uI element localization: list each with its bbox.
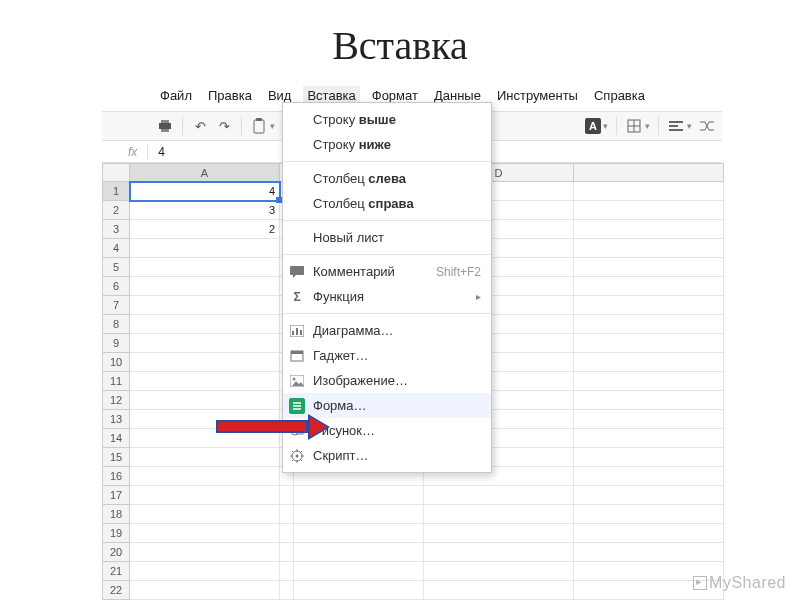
cell[interactable] — [280, 524, 294, 543]
select-all-corner[interactable] — [102, 163, 130, 182]
cell[interactable] — [280, 505, 294, 524]
cell[interactable] — [130, 505, 280, 524]
cell[interactable] — [574, 505, 724, 524]
row-header[interactable]: 20 — [102, 543, 130, 562]
formula-value[interactable]: 4 — [158, 145, 165, 159]
column-header[interactable] — [574, 163, 724, 182]
cell[interactable] — [130, 391, 280, 410]
borders-icon[interactable] — [625, 117, 643, 135]
cell[interactable] — [574, 315, 724, 334]
cell[interactable] — [280, 486, 294, 505]
undo-icon[interactable]: ↶ — [191, 117, 209, 135]
cell[interactable] — [130, 448, 280, 467]
cell[interactable] — [574, 220, 724, 239]
cell[interactable] — [130, 467, 280, 486]
menu-item[interactable]: ΣФункция▸ — [283, 284, 491, 309]
menu-help[interactable]: Справка — [590, 86, 649, 105]
menu-tools[interactable]: Инструменты — [493, 86, 582, 105]
menu-item[interactable]: Строку ниже — [283, 132, 491, 157]
menu-item[interactable]: Диаграмма… — [283, 318, 491, 343]
menu-edit[interactable]: Правка — [204, 86, 256, 105]
row-header[interactable]: 22 — [102, 581, 130, 600]
row-header[interactable]: 14 — [102, 429, 130, 448]
cell[interactable] — [574, 201, 724, 220]
menu-item[interactable]: Столбец слева — [283, 166, 491, 191]
cell[interactable] — [574, 448, 724, 467]
cell[interactable] — [574, 296, 724, 315]
cell[interactable] — [574, 543, 724, 562]
row-header[interactable]: 6 — [102, 277, 130, 296]
row-header[interactable]: 2 — [102, 201, 130, 220]
cell[interactable] — [294, 486, 424, 505]
cell[interactable] — [130, 334, 280, 353]
cell[interactable] — [424, 581, 574, 600]
cell[interactable] — [574, 277, 724, 296]
cell[interactable] — [130, 258, 280, 277]
cell[interactable] — [130, 581, 280, 600]
cell[interactable] — [130, 277, 280, 296]
cell[interactable] — [130, 543, 280, 562]
menu-item[interactable]: Новый лист — [283, 225, 491, 250]
cell[interactable] — [130, 296, 280, 315]
row-header[interactable]: 15 — [102, 448, 130, 467]
cell[interactable] — [130, 239, 280, 258]
cell[interactable] — [130, 524, 280, 543]
column-header-a[interactable]: A — [130, 163, 280, 182]
row-header[interactable]: 13 — [102, 410, 130, 429]
row-header[interactable]: 3 — [102, 220, 130, 239]
cell[interactable] — [574, 410, 724, 429]
row-header[interactable]: 12 — [102, 391, 130, 410]
cell[interactable] — [294, 524, 424, 543]
row-header[interactable]: 10 — [102, 353, 130, 372]
cell[interactable] — [574, 239, 724, 258]
cell[interactable] — [424, 486, 574, 505]
row-header[interactable]: 19 — [102, 524, 130, 543]
align-icon[interactable] — [667, 117, 685, 135]
cell[interactable] — [130, 315, 280, 334]
cell[interactable] — [130, 372, 280, 391]
cell[interactable] — [294, 543, 424, 562]
menu-item[interactable]: Скрипт… — [283, 443, 491, 468]
row-header[interactable]: 18 — [102, 505, 130, 524]
cell[interactable] — [280, 581, 294, 600]
row-header[interactable]: 7 — [102, 296, 130, 315]
merge-icon[interactable] — [698, 117, 716, 135]
row-header[interactable]: 4 — [102, 239, 130, 258]
menu-item[interactable]: Столбец справа — [283, 191, 491, 216]
menu-item[interactable]: КомментарийShift+F2 — [283, 259, 491, 284]
cell[interactable] — [130, 486, 280, 505]
row-header[interactable]: 17 — [102, 486, 130, 505]
row-header[interactable]: 5 — [102, 258, 130, 277]
row-header[interactable]: 8 — [102, 315, 130, 334]
cell[interactable] — [574, 353, 724, 372]
row-header[interactable]: 21 — [102, 562, 130, 581]
cell[interactable] — [424, 524, 574, 543]
row-header[interactable]: 16 — [102, 467, 130, 486]
cell[interactable] — [294, 581, 424, 600]
cell[interactable] — [574, 334, 724, 353]
cell[interactable] — [280, 543, 294, 562]
cell[interactable]: 2 — [130, 220, 280, 239]
menu-item[interactable]: Строку выше — [283, 107, 491, 132]
row-header[interactable]: 11 — [102, 372, 130, 391]
cell[interactable] — [574, 524, 724, 543]
cell[interactable] — [574, 486, 724, 505]
cell[interactable] — [294, 562, 424, 581]
cell[interactable] — [130, 562, 280, 581]
text-color-icon[interactable]: A — [585, 118, 601, 134]
cell[interactable] — [574, 429, 724, 448]
cell[interactable] — [294, 505, 424, 524]
row-header[interactable]: 9 — [102, 334, 130, 353]
cell[interactable]: 3 — [130, 201, 280, 220]
print-icon[interactable] — [156, 117, 174, 135]
cell[interactable] — [424, 505, 574, 524]
cell[interactable] — [130, 353, 280, 372]
cell[interactable] — [574, 258, 724, 277]
cell[interactable] — [574, 467, 724, 486]
cell[interactable] — [424, 543, 574, 562]
cell[interactable] — [574, 182, 724, 201]
cell[interactable] — [280, 562, 294, 581]
menu-item[interactable]: Изображение… — [283, 368, 491, 393]
row-header[interactable]: 1 — [102, 182, 130, 201]
menu-file[interactable]: Файл — [156, 86, 196, 105]
